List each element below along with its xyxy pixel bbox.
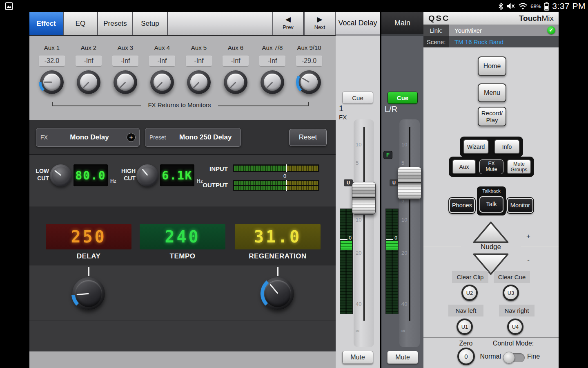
fx-fader-track[interactable]: 10 5 5 10 20 40 ∞ U bbox=[354, 119, 374, 347]
main-fader-cap[interactable] bbox=[398, 167, 421, 200]
user-button-u1[interactable]: U1 bbox=[457, 319, 473, 335]
aux-label: Aux 2 bbox=[70, 44, 107, 51]
main-panel-footer bbox=[29, 351, 336, 368]
aux4-level-knob[interactable] bbox=[150, 70, 174, 94]
fx-cue-button[interactable]: Cue bbox=[342, 92, 373, 104]
high-cut-knob[interactable] bbox=[136, 164, 158, 186]
menu-button[interactable]: Menu bbox=[478, 83, 506, 102]
aux-mute-cluster: Aux FX Mute Mute Groups bbox=[449, 157, 534, 177]
aux7-8-level-knob[interactable] bbox=[261, 70, 284, 94]
app-title: TouchMix bbox=[519, 14, 554, 23]
tempo-label: TEMPO bbox=[140, 252, 225, 260]
nudge-up-button[interactable]: + bbox=[472, 221, 510, 244]
nav-left-button[interactable]: Nav left bbox=[448, 305, 483, 316]
fx-expand-plus-icon[interactable]: + bbox=[127, 133, 136, 142]
aux-send-2: Aux 2 -Inf bbox=[70, 36, 107, 120]
info-button[interactable]: Info bbox=[494, 139, 520, 154]
aux-send-3: Aux 3 -Inf bbox=[107, 36, 144, 120]
toggle-knob[interactable] bbox=[503, 352, 515, 364]
delay-knob[interactable] bbox=[72, 277, 105, 310]
aux6-level-knob[interactable] bbox=[224, 70, 247, 94]
high-cut-label: HIGH CUT bbox=[116, 168, 136, 182]
effect-page-tabbar: Effect EQ Presets Setup ◀ Prev ▶ Next bbox=[29, 12, 336, 36]
fine-mode-badge: F bbox=[383, 151, 392, 159]
wizard-info-cluster: Wizard Info bbox=[460, 137, 523, 157]
qsc-logo: QSC bbox=[428, 14, 450, 22]
user-button-u3[interactable]: U3 bbox=[503, 285, 519, 301]
fx-mute-button-panel[interactable]: FX Mute bbox=[479, 159, 503, 174]
record-play-button[interactable]: Record/ Play bbox=[478, 107, 506, 126]
fx-mute-button[interactable]: Mute bbox=[342, 351, 373, 364]
prev-effect-button[interactable]: ◀ Prev bbox=[272, 12, 304, 35]
main-level-meter: 0 bbox=[385, 209, 399, 314]
mode-fine-label: Fine bbox=[527, 353, 548, 360]
scale-mark: 20 bbox=[401, 250, 414, 256]
fader-slot bbox=[409, 127, 410, 321]
main-lr-channel-strip: Cue L/R F 10 5 5 10 20 40 ∞ U 0 Mute bbox=[381, 36, 423, 368]
fader-slot bbox=[363, 127, 365, 321]
aux-sends-section: Aux 1 -32.0 Aux 2 -Inf Aux 3 -Inf Aux 4 … bbox=[29, 36, 336, 120]
aux-label: Aux 9/10 bbox=[291, 44, 327, 51]
aux-label: Aux 4 bbox=[144, 44, 180, 51]
input-meter-label: INPUT bbox=[201, 165, 228, 172]
aux3-level-knob[interactable] bbox=[114, 70, 137, 94]
aux2-level-knob[interactable] bbox=[77, 70, 100, 94]
bottom-separator bbox=[423, 337, 559, 338]
main-strip-header[interactable]: Main bbox=[381, 12, 423, 36]
tab-effect[interactable]: Effect bbox=[29, 12, 64, 35]
zero-button[interactable]: 0 bbox=[457, 348, 475, 365]
user-button-u2[interactable]: U2 bbox=[461, 285, 478, 301]
nudge-plus-icon: + bbox=[510, 232, 547, 240]
tab-presets[interactable]: Presets bbox=[98, 12, 133, 35]
control-panel-body: Home Menu Record/ Play Wizard Info Aux F… bbox=[423, 47, 559, 368]
nav-right-button[interactable]: Nav right bbox=[499, 305, 535, 316]
aux-label: Aux 5 bbox=[180, 44, 217, 51]
channel-name-header[interactable]: Vocal Delay bbox=[336, 12, 380, 36]
delay-parameters-section: 250 240 31.0 DELAY TEMPO REGENERATION bbox=[29, 206, 336, 265]
main-fader-track[interactable]: 10 5 5 10 20 40 ∞ U bbox=[399, 119, 420, 347]
fx-fader-cap[interactable] bbox=[352, 182, 376, 215]
home-button[interactable]: Home bbox=[478, 56, 506, 76]
regeneration-label: REGENERATION bbox=[235, 252, 321, 260]
preset-select[interactable]: Preset Mono 250 Delay bbox=[145, 128, 241, 147]
parameter-knob-section bbox=[29, 265, 336, 351]
talk-button[interactable]: Talk bbox=[479, 196, 503, 213]
clear-cue-button[interactable]: Clear Cue bbox=[494, 271, 530, 283]
delay-label: DELAY bbox=[46, 252, 131, 260]
clear-clip-button[interactable]: Clear Clip bbox=[452, 271, 488, 283]
fx-return-channel-strip: Cue 1 FX 10 5 5 10 20 40 ∞ U 0 Mute bbox=[336, 36, 380, 368]
next-effect-button[interactable]: ▶ Next bbox=[304, 12, 336, 35]
aux-label: Aux 6 bbox=[217, 44, 254, 51]
scale-mark: 10 bbox=[401, 141, 414, 148]
aux-value: -Inf bbox=[186, 56, 212, 66]
low-cut-knob[interactable] bbox=[50, 164, 72, 186]
tab-eq[interactable]: EQ bbox=[64, 12, 98, 35]
control-mode-toggle[interactable] bbox=[504, 353, 525, 362]
scene-row[interactable]: Scene: TM 16 Rock Band bbox=[423, 36, 559, 47]
mute-groups-button[interactable]: Mute Groups bbox=[507, 159, 531, 174]
main-mute-button[interactable]: Mute bbox=[387, 351, 418, 364]
tab-setup[interactable]: Setup bbox=[133, 12, 168, 35]
scale-mark: 5 bbox=[401, 160, 414, 166]
wizard-button[interactable]: Wizard bbox=[463, 139, 489, 154]
phones-button[interactable]: Phones bbox=[449, 198, 475, 213]
aux9-10-level-knob[interactable] bbox=[297, 70, 321, 94]
reset-button[interactable]: Reset bbox=[289, 129, 327, 146]
preset-value: Mono 250 Delay bbox=[170, 133, 241, 141]
aux-value: -Inf bbox=[259, 56, 285, 66]
link-row[interactable]: Link: YourMixer ✓ bbox=[423, 25, 559, 36]
main-cue-button[interactable]: Cue bbox=[388, 92, 418, 104]
aux1-level-knob[interactable] bbox=[40, 70, 64, 94]
fx-type-select[interactable]: FX Mono Delay + bbox=[36, 128, 140, 147]
monitor-button[interactable]: Monitor bbox=[507, 198, 533, 213]
battery-percent: 68% bbox=[530, 3, 541, 9]
regeneration-knob[interactable] bbox=[261, 277, 294, 310]
scene-value: TM 16 Rock Band bbox=[454, 36, 503, 47]
scene-label: Scene: bbox=[423, 36, 449, 47]
aux-button[interactable]: Aux bbox=[452, 159, 476, 174]
aux-send-7-8: Aux 7/8 -Inf bbox=[254, 36, 291, 120]
meter-zero-label: 0 bbox=[283, 173, 286, 179]
aux5-level-knob[interactable] bbox=[187, 70, 211, 94]
user-button-u4[interactable]: U4 bbox=[507, 319, 523, 335]
scale-mark: 10 bbox=[356, 141, 368, 148]
